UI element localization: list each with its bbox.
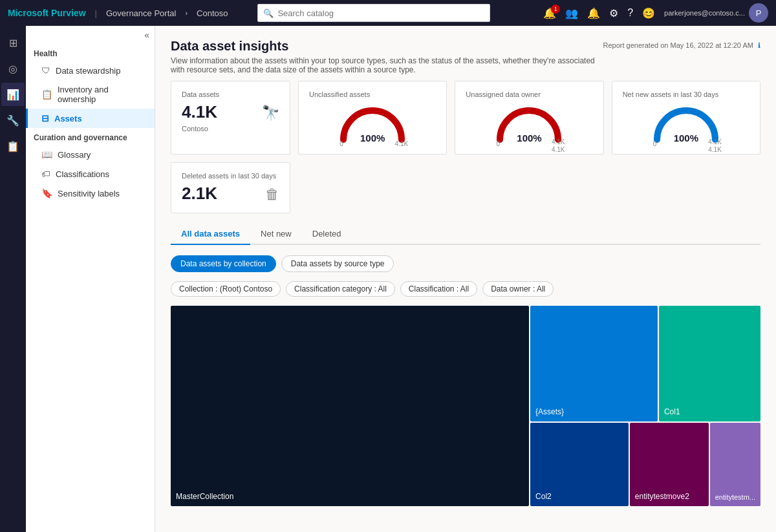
treemap-top-row: {Assets} Col1 — [530, 306, 760, 421]
collapse-icon[interactable]: « — [144, 30, 149, 40]
nav-icons: 🔔 1 👥 🔔 ⚙ ? 😊 parkerjones@contoso.c... P — [543, 3, 768, 23]
unassigned-label: Unassigned data owner — [466, 90, 592, 98]
notification-icon[interactable]: 🔔 1 — [543, 7, 556, 19]
trash-icon: 🗑 — [265, 186, 279, 203]
rail-home-icon[interactable]: ⊞ — [1, 31, 25, 54]
unassigned-min: 0 — [496, 140, 500, 147]
search-bar[interactable]: 🔍 — [257, 4, 490, 22]
stat-card-unclassified: Unclassified assets 100% 0 4.1K — [298, 81, 447, 154]
data-tabs: All data assets Net new Deleted — [171, 224, 760, 245]
master-collection-label: MasterCollection — [176, 492, 233, 501]
treemap-cell-col2[interactable]: Col2 — [530, 423, 629, 506]
settings-icon[interactable]: ⚙ — [609, 7, 618, 19]
treemap-cell-assets[interactable]: {Assets} — [530, 306, 658, 421]
feedback-icon[interactable]: 😊 — [642, 7, 655, 19]
filter-collection[interactable]: Collection : (Root) Contoso — [171, 281, 281, 297]
sidebar: « Health 🛡 Data stewardship 📋 Inventory … — [26, 26, 155, 532]
treemap-cell-master-collection[interactable]: MasterCollection — [171, 306, 529, 506]
assets-icon: ⊟ — [41, 113, 49, 123]
net-new-label: Net new assets in last 30 days — [623, 90, 749, 98]
entitytestm-label: entitytestm... — [715, 493, 755, 501]
icon-rail: ⊞ ◎ 📊 🔧 📋 — [0, 26, 26, 532]
toggle-by-collection[interactable]: Data assets by collection — [171, 255, 276, 272]
rail-manage-icon[interactable]: 🔧 — [1, 109, 25, 132]
unassigned-max: 4.1K 4.1K — [552, 138, 565, 154]
unclassified-min: 0 — [339, 140, 343, 147]
sidebar-collapse[interactable]: « — [26, 26, 155, 44]
alert-icon[interactable]: 🔔 — [587, 7, 600, 19]
nav-contoso: Contoso — [197, 8, 228, 18]
sidebar-item-data-stewardship[interactable]: 🛡 Data stewardship — [26, 61, 155, 80]
filter-classification-category[interactable]: Classification category : All — [286, 281, 395, 297]
inventory-icon: 📋 — [41, 89, 52, 100]
page-title: Data asset insights — [171, 39, 603, 54]
toggle-by-source[interactable]: Data assets by source type — [281, 255, 394, 272]
entitytestmove2-label: entitytestmove2 — [635, 492, 689, 501]
stat-card-data-assets: Data assets 4.1K 🔭 Contoso — [171, 81, 290, 154]
tab-deleted[interactable]: Deleted — [302, 224, 352, 245]
treemap-cell-col1[interactable]: Col1 — [659, 306, 760, 421]
main-content: Data asset insights View information abo… — [155, 26, 776, 532]
help-icon[interactable]: ? — [627, 7, 633, 19]
stat-cards-row: Data assets 4.1K 🔭 Contoso Unclassified … — [171, 81, 760, 154]
search-input[interactable] — [277, 8, 484, 18]
stat-card-deleted: Deleted assets in last 30 days 2.1K 🗑 — [171, 162, 290, 213]
sidebar-section-curation[interactable]: Curation and governance — [26, 128, 155, 145]
deleted-value: 2.1K — [182, 184, 217, 204]
treemap-right-col: {Assets} Col1 Col2 entitytestmove2 e — [530, 306, 760, 506]
unclassified-label: Unclassified assets — [309, 90, 436, 98]
classifications-icon: 🏷 — [41, 169, 50, 179]
treemap-cell-entitytestmove2[interactable]: entitytestmove2 — [630, 423, 709, 506]
sensitivity-icon: 🔖 — [41, 188, 52, 198]
stat-card-unassigned: Unassigned data owner 100% 0 4.1K 4.1K — [455, 81, 603, 154]
data-assets-label: Data assets — [182, 90, 279, 98]
rail-catalog-icon[interactable]: ◎ — [1, 57, 25, 80]
sidebar-item-classifications[interactable]: 🏷 Classifications — [26, 164, 155, 184]
brand-name: Microsoft Purview — [8, 8, 86, 18]
treemap-cell-entitytestm[interactable]: entitytestm... — [710, 423, 760, 506]
inventory-label: Inventory and ownership — [58, 85, 147, 104]
filter-data-owner[interactable]: Data owner : All — [482, 281, 554, 297]
portal-label: Governance Portal — [106, 8, 176, 18]
binoculars-icon: 🔭 — [262, 105, 279, 122]
unclassified-max: 4.1K — [395, 140, 409, 147]
filter-classification[interactable]: Classification : All — [400, 281, 477, 297]
tab-net-new[interactable]: Net new — [250, 224, 302, 245]
stewardship-icon: 🛡 — [41, 65, 50, 76]
treemap: MasterCollection {Assets} Col1 Col2 — [171, 306, 760, 506]
view-toggle-group: Data assets by collection Data assets by… — [171, 255, 760, 272]
net-new-pct: 100% — [674, 133, 698, 144]
people-icon[interactable]: 👥 — [565, 7, 578, 19]
data-assets-value: 4.1K — [182, 102, 217, 122]
col2-label: Col2 — [535, 492, 552, 501]
classifications-label: Classifications — [56, 169, 109, 179]
deleted-label: Deleted assets in last 30 days — [182, 172, 279, 180]
sidebar-item-inventory[interactable]: 📋 Inventory and ownership — [26, 80, 155, 109]
info-icon: ℹ — [758, 41, 760, 49]
health-label: Health — [34, 49, 58, 58]
filter-chips: Collection : (Root) Contoso Classificati… — [171, 281, 760, 297]
treemap-bottom-row: Col2 entitytestmove2 entitytestm... — [530, 423, 760, 506]
sidebar-section-health[interactable]: Health — [26, 44, 155, 61]
avatar: P — [749, 3, 768, 23]
user-email: parkerjones@contoso.c... — [664, 9, 745, 17]
rail-insights-icon[interactable]: 📊 — [1, 83, 25, 106]
search-icon: 🔍 — [263, 8, 274, 18]
rail-policy-icon[interactable]: 📋 — [1, 134, 25, 158]
report-generated: Report generated on May 16, 2022 at 12:2… — [603, 41, 753, 49]
net-new-max: 4.1K 4.1K — [708, 138, 722, 154]
sidebar-item-sensitivity[interactable]: 🔖 Sensitivity labels — [26, 184, 155, 203]
assets-label: Assets — [54, 114, 82, 123]
tab-all-data-assets[interactable]: All data assets — [171, 224, 250, 245]
stewardship-label: Data stewardship — [56, 66, 120, 76]
sidebar-item-assets[interactable]: ⊟ Assets — [26, 109, 155, 128]
sidebar-item-glossary[interactable]: 📖 Glossary — [26, 145, 155, 164]
curation-label: Curation and governance — [34, 133, 127, 142]
top-nav: Microsoft Purview | Governance Portal › … — [0, 0, 776, 26]
user-profile[interactable]: parkerjones@contoso.c... P — [664, 3, 768, 23]
page-description: View information about the assets within… — [171, 56, 603, 74]
glossary-icon: 📖 — [41, 149, 52, 160]
unclassified-pct: 100% — [360, 133, 385, 144]
unassigned-pct: 100% — [517, 133, 541, 144]
nav-chevron: › — [185, 9, 188, 17]
